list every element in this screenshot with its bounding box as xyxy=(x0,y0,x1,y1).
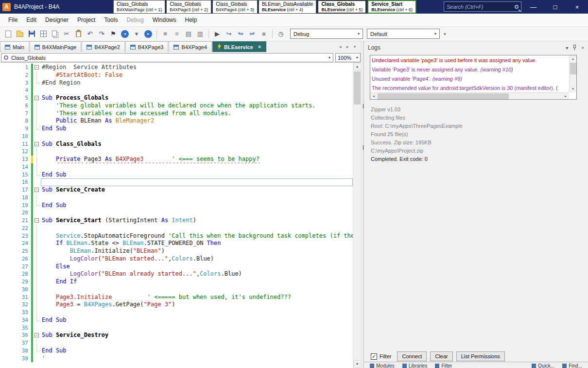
scroll-up-icon[interactable]: ▲ xyxy=(353,63,361,70)
maximize-button[interactable]: □ xyxy=(544,0,566,14)
log-warning[interactable]: Undeclared variable 'page3' is used befo… xyxy=(372,56,569,65)
bookmark-tab-class-globals-b4xmainpage[interactable]: Class_GlobalsB4XMainPage (ctrl + 1) xyxy=(113,0,165,14)
cut-icon[interactable]: ✂ xyxy=(61,29,72,39)
scroll-down-icon[interactable]: ▼ xyxy=(570,86,576,92)
code-line[interactable]: 24 If BLEman.State <> BLEman.STATE_POWER… xyxy=(0,240,353,247)
zoom-selector[interactable]: 100% ▾ xyxy=(335,53,361,62)
fold-collapse-icon[interactable]: - xyxy=(35,96,39,100)
filter-checkbox[interactable]: ✓ xyxy=(371,353,377,360)
tab-b4xpage3[interactable]: B4XPage3 xyxy=(125,41,169,52)
code-line[interactable]: 19End Sub xyxy=(0,202,353,210)
bookmark-tab-class-globals-b4xpage3[interactable]: Class_GlobalsB4XPage3 (ctrl + 2) xyxy=(166,0,211,14)
close-button[interactable]: × xyxy=(566,0,588,14)
code-line[interactable]: 27 Else xyxy=(0,263,353,271)
tab-scroll-left-icon[interactable]: ◄ xyxy=(338,45,342,49)
fold-column[interactable]: - xyxy=(33,332,41,339)
code-line[interactable]: 7 'These variables can be accessed from … xyxy=(0,110,353,118)
fold-collapse-icon[interactable]: - xyxy=(35,65,39,70)
navigate-back-dropdown-icon[interactable]: ▾ xyxy=(131,29,142,39)
tab-main[interactable]: Main xyxy=(0,41,29,52)
code-line[interactable]: 8 Public BLEman As BleManager2 xyxy=(0,117,353,125)
step-over-icon[interactable]: ↬ xyxy=(235,29,246,39)
build-configuration-select[interactable]: Debug ▾ xyxy=(290,29,363,39)
menu-help[interactable]: Help xyxy=(181,14,202,26)
code-line[interactable]: 9End Sub xyxy=(0,125,353,133)
code-line[interactable]: 39' xyxy=(0,355,353,363)
search-box[interactable] xyxy=(444,1,521,12)
menu-edit[interactable]: Edit xyxy=(22,14,41,26)
menu-tools[interactable]: Tools xyxy=(100,14,122,26)
run-configuration-select[interactable]: Default ▾ xyxy=(367,29,440,39)
fold-collapse-icon[interactable]: - xyxy=(35,188,39,192)
warnings-horizontal-scrollbar[interactable]: ◄ ► xyxy=(370,92,569,99)
code-line[interactable]: 23 Service.StopAutomaticForeground 'Call… xyxy=(0,232,353,240)
log-warning[interactable]: The recommended value for android:target… xyxy=(372,84,569,92)
paste-icon[interactable] xyxy=(73,29,84,39)
list-permissions-button[interactable]: List Permissions xyxy=(456,351,505,361)
code-line[interactable]: 20 xyxy=(0,209,353,217)
code-line[interactable]: 26 LogColor("BLEman started...",Colors.B… xyxy=(0,255,353,263)
code-line[interactable]: 5-Sub Process_Globals xyxy=(0,94,353,102)
fold-column[interactable]: - xyxy=(33,64,41,71)
log-warning[interactable]: Unused variable 'Page4'. (warning #9) xyxy=(372,74,569,84)
connect-button[interactable]: Connect xyxy=(397,351,427,361)
tab-b4xpage2[interactable]: B4XPage2 xyxy=(82,41,125,52)
code-line[interactable]: 13 Private Page3 As B4XPage3 ' <=== seem… xyxy=(0,156,353,163)
scrollbar-thumb[interactable] xyxy=(354,71,361,105)
code-editor[interactable]: 1-#Region Service Attributes2 #StartAtBo… xyxy=(0,63,361,368)
stop-icon[interactable]: ■ xyxy=(259,29,269,39)
bottom-tab-filter[interactable]: Filter xyxy=(435,363,452,368)
bookmark-icon[interactable]: ⚑ xyxy=(108,29,119,39)
code-line[interactable]: 2 #StartAtBoot: False xyxy=(0,71,353,79)
step-out-icon[interactable]: ↫ xyxy=(247,29,258,39)
chevron-down-icon[interactable]: ▾ xyxy=(566,45,568,51)
uncomment-selection-icon[interactable]: ▥ xyxy=(195,29,206,39)
bookmark-tab-class-globals-bleservice[interactable]: Class_GlobalsBLEservice (ctrl + 5) xyxy=(317,0,366,14)
log-warning[interactable]: Variable 'Page3' is never assigned any v… xyxy=(372,65,569,74)
sub-selector[interactable]: Class_Globals ▾ xyxy=(1,53,333,62)
visual-designer-icon[interactable] xyxy=(38,29,49,39)
code-line[interactable]: 18 xyxy=(0,194,353,202)
bottom-tab-modules[interactable]: Modules xyxy=(370,363,395,368)
scroll-down-icon[interactable]: ▼ xyxy=(353,360,361,368)
toolbar-overflow-icon[interactable]: ▾ xyxy=(444,32,446,36)
code-line[interactable]: 6 'These global variables will be declar… xyxy=(0,102,353,110)
scrollbar-thumb[interactable] xyxy=(378,93,509,99)
bookmark-tab-bleman-dataavailable-bleservice[interactable]: BLEman_DataAvailableBLEservice (ctrl + 4… xyxy=(259,0,316,14)
bookmark-tab-class-globals-b4xpage4[interactable]: Class_GlobalsB4XPage4 (ctrl + 3) xyxy=(212,0,258,14)
clear-button[interactable]: Clear xyxy=(430,351,452,361)
indent-decrease-icon[interactable]: ≡ xyxy=(160,29,171,39)
code-line[interactable]: 1-#Region Service Attributes xyxy=(0,64,353,71)
menu-debug[interactable]: Debug xyxy=(122,14,148,26)
code-line[interactable]: 29 End If xyxy=(0,278,353,286)
navigate-forward-icon[interactable]: ► xyxy=(143,29,154,39)
menu-designer[interactable]: Designer xyxy=(41,14,73,26)
scroll-right-icon[interactable]: ► xyxy=(562,93,569,99)
search-input[interactable] xyxy=(447,4,513,10)
tab-scroll-right-icon[interactable]: ► xyxy=(346,45,349,49)
code-line[interactable]: 25 BLEman.Initialize("BLEman") xyxy=(0,247,353,255)
rebuild-icon[interactable]: ◷ xyxy=(276,29,286,39)
redo-icon[interactable]: ↷ xyxy=(96,29,107,39)
indent-increase-icon[interactable]: ≡ xyxy=(172,29,182,39)
code-line[interactable]: 15End Sub xyxy=(0,171,353,179)
fold-collapse-icon[interactable]: - xyxy=(35,333,39,337)
tab-b4xpage4[interactable]: B4XPage4 xyxy=(169,41,212,52)
tab-bleservice[interactable]: BLEservice✕ xyxy=(212,41,266,52)
bottom-tab-quick[interactable]: Quick... xyxy=(532,363,554,368)
code-line[interactable]: 4 xyxy=(0,87,353,94)
fold-collapse-icon[interactable]: - xyxy=(35,142,39,146)
undo-icon[interactable]: ↶ xyxy=(85,29,95,39)
close-icon[interactable]: × xyxy=(581,45,584,51)
tab-list-dropdown-icon[interactable]: ▼ xyxy=(353,45,357,49)
copy-icon[interactable] xyxy=(50,29,60,39)
fold-column[interactable]: - xyxy=(33,186,41,194)
code-line[interactable]: 10 xyxy=(0,133,353,140)
code-line[interactable]: 30 xyxy=(0,286,353,294)
code-line[interactable]: 28 LogColor("BLEman already started...",… xyxy=(0,270,353,278)
bookmark-tab-service-start-bleservice[interactable]: Service_StartBLEservice (ctrl + 6) xyxy=(367,0,416,14)
open-project-icon[interactable] xyxy=(15,29,25,39)
step-into-icon[interactable]: ↪ xyxy=(224,29,234,39)
bottom-tab-find[interactable]: Find... xyxy=(562,363,582,368)
menu-windows[interactable]: Windows xyxy=(148,14,181,26)
